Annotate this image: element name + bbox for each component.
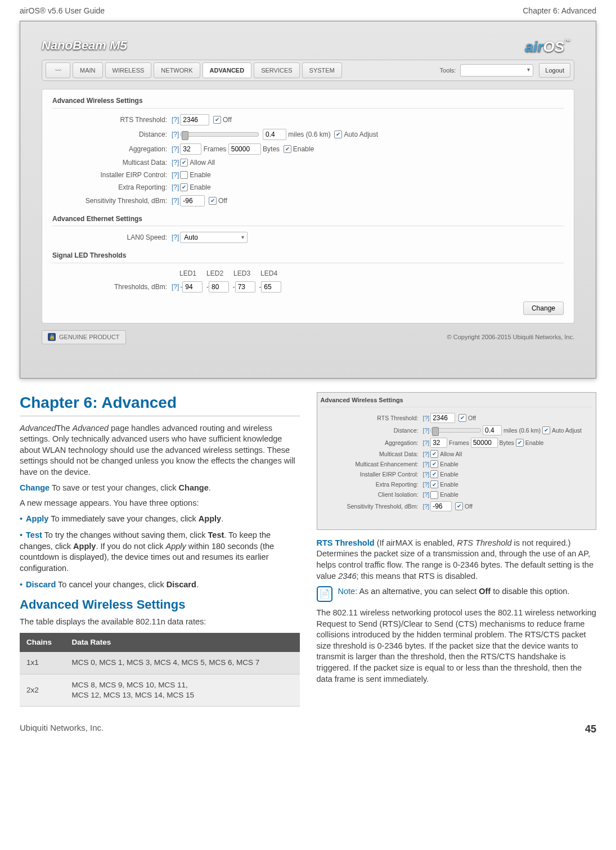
mini-sens-input[interactable] <box>430 501 452 511</box>
rts-paragraph: RTS Threshold (If airMAX is enabled, RTS… <box>317 538 597 582</box>
multicast-label: Multicast Data: <box>52 158 170 167</box>
note-icon: 📄 <box>317 586 332 602</box>
help-icon[interactable]: [?] <box>422 414 431 422</box>
tab-main[interactable]: MAIN <box>73 62 103 79</box>
extra-label: Extra Reporting: <box>52 183 170 192</box>
change-button[interactable]: Change <box>523 302 564 315</box>
led2-header: LED2 <box>206 269 223 278</box>
rts-input[interactable] <box>180 114 209 125</box>
help-icon[interactable]: [?] <box>422 491 431 498</box>
tools-label: Tools: <box>440 66 456 75</box>
page-number: 45 <box>585 722 596 736</box>
help-icon[interactable]: [?] <box>170 170 180 179</box>
sens-off-checkbox[interactable] <box>209 197 217 205</box>
help-icon[interactable]: [?] <box>170 145 180 154</box>
help-icon[interactable]: [?] <box>422 450 431 458</box>
header-right: Chapter 6: Advanced <box>523 6 596 16</box>
mini-eirp-cb[interactable] <box>430 470 438 478</box>
mini-agg-label: Aggregation: <box>321 439 422 447</box>
os-logo: airOS™ <box>525 37 570 57</box>
led3-header: LED3 <box>233 269 250 278</box>
note-block: 📄 Note: As an alternative, you can selec… <box>317 586 597 602</box>
aggregation-label: Aggregation: <box>52 145 170 154</box>
mini-rts-off-cb[interactable] <box>458 414 466 422</box>
mini-distance-input[interactable] <box>483 425 502 435</box>
lan-speed-select[interactable] <box>180 232 248 243</box>
agg-bytes-input[interactable] <box>228 143 261 155</box>
table-row: 1x1 MCS 0, MCS 1, MCS 3, MCS 4, MCS 5, M… <box>20 652 300 674</box>
help-icon[interactable]: [?] <box>170 233 180 242</box>
bytes-word: Bytes <box>263 145 280 154</box>
tab-wireless[interactable]: WIRELESS <box>105 62 152 79</box>
mini-distance-slider[interactable] <box>430 428 481 433</box>
th-chains: Chains <box>20 633 65 652</box>
tab-network[interactable]: NETWORK <box>154 62 200 79</box>
led4-header: LED4 <box>260 269 277 278</box>
distance-input[interactable] <box>263 129 286 140</box>
advanced-wireless-panel: Advanced Wireless Settings RTS Threshold… <box>42 89 574 323</box>
led4-input[interactable] <box>261 281 281 293</box>
tab-bar: 〰 MAIN WIRELESS NETWORK ADVANCED SERVICE… <box>42 60 574 82</box>
tab-advanced[interactable]: ADVANCED <box>203 62 252 79</box>
auto-adjust-checkbox[interactable] <box>334 131 342 138</box>
distance-slider[interactable] <box>180 132 259 137</box>
section-title: Advanced Wireless Settings <box>20 596 300 613</box>
allow-all-checkbox[interactable] <box>180 159 188 167</box>
help-icon[interactable]: [?] <box>170 183 180 192</box>
mini-distance-label: Distance: <box>321 426 422 434</box>
main-screenshot: NanoBeam M5 airOS™ 〰 MAIN WIRELESS NETWO… <box>20 21 596 379</box>
header-left: airOS® v5.6 User Guide <box>20 6 105 16</box>
help-icon[interactable]: [?] <box>422 426 431 434</box>
help-icon[interactable]: [?] <box>170 158 180 167</box>
chapter-title: Chapter 6: Advanced <box>20 392 300 416</box>
extra-checkbox[interactable] <box>180 183 188 191</box>
table-row: 2x2 MCS 8, MCS 9, MCS 10, MCS 11, MCS 12… <box>20 674 300 706</box>
mini-screenshot: Advanced Wireless Settings RTS Threshold… <box>317 392 597 530</box>
genuine-badge: 🔒 GENUINE PRODUCT <box>42 330 126 344</box>
rts-off-checkbox[interactable] <box>213 116 221 124</box>
mini-sens-off-cb[interactable] <box>455 502 463 510</box>
help-icon[interactable]: [?] <box>422 439 431 447</box>
mini-auto-cb[interactable] <box>542 426 550 434</box>
help-icon[interactable]: [?] <box>170 196 180 205</box>
led2-input[interactable] <box>209 281 229 293</box>
rts-off-label: Off <box>223 115 232 124</box>
led1-input[interactable] <box>182 281 203 293</box>
tab-system[interactable]: SYSTEM <box>302 62 342 79</box>
logout-button[interactable]: Logout <box>539 63 570 78</box>
mini-eirp-label: Installer EIRP Control: <box>321 470 422 478</box>
sens-input[interactable] <box>180 195 205 206</box>
agg-frames-input[interactable] <box>180 143 201 155</box>
help-icon[interactable]: [?] <box>422 480 431 488</box>
help-icon[interactable]: [?] <box>422 470 431 478</box>
tab-home-icon[interactable]: 〰 <box>46 62 70 79</box>
intro-paragraph: AdvancedThe Advanced page handles advanc… <box>20 423 300 478</box>
mini-extra-cb[interactable] <box>430 480 438 488</box>
change-line: Change To save or test your changes, cli… <box>20 483 300 494</box>
mini-agg-frames[interactable] <box>430 438 447 448</box>
led1-header: LED1 <box>179 269 196 278</box>
mini-agg-bytes[interactable] <box>471 438 498 448</box>
tools-select[interactable] <box>460 64 533 77</box>
help-icon[interactable]: [?] <box>422 460 431 468</box>
sens-label: Sensitivity Threshold, dBm: <box>52 196 170 205</box>
mini-multicast-label: Multicast Data: <box>321 450 422 458</box>
mini-rts-input[interactable] <box>430 413 455 423</box>
help-icon[interactable]: [?] <box>170 115 180 124</box>
eirp-enable-label: Enable <box>190 170 210 179</box>
mini-title: Advanced Wireless Settings <box>321 396 593 407</box>
tab-services[interactable]: SERVICES <box>254 62 299 79</box>
mini-allow-cb[interactable] <box>430 450 438 458</box>
mini-agg-enable-cb[interactable] <box>516 439 524 447</box>
thresholds-label: Thresholds, dBm: <box>52 282 170 291</box>
agg-enable-checkbox[interactable] <box>284 145 291 153</box>
eirp-checkbox[interactable] <box>180 171 188 179</box>
mini-menh-cb[interactable] <box>430 460 438 468</box>
distance-unit: miles (0.6 km) <box>288 130 330 139</box>
led3-input[interactable] <box>235 281 255 293</box>
mini-multicast-enh-label: Multicast Enhancement: <box>321 460 422 468</box>
mini-iso-cb[interactable] <box>430 491 438 499</box>
help-icon[interactable]: [?] <box>170 282 180 291</box>
help-icon[interactable]: [?] <box>422 502 431 510</box>
help-icon[interactable]: [?] <box>170 130 180 139</box>
